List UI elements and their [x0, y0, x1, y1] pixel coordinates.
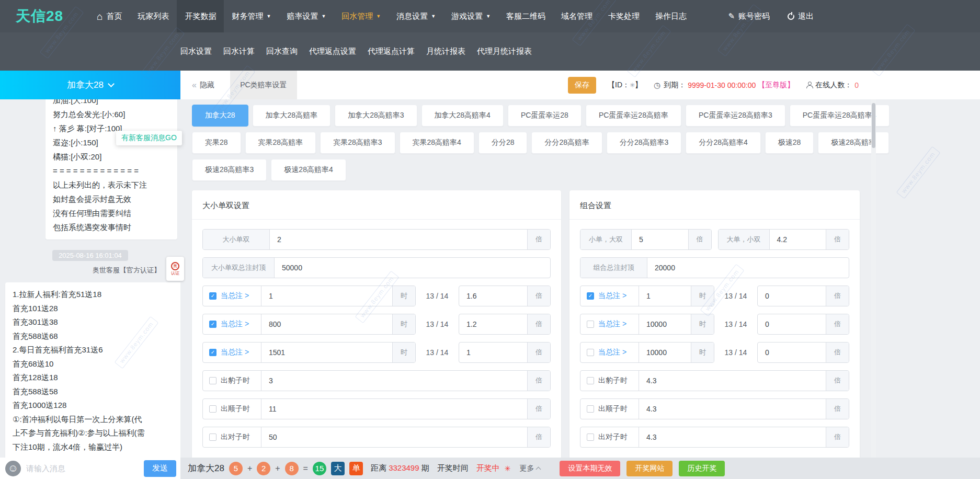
value-input[interactable]: 5: [632, 230, 688, 249]
checkbox-unchecked[interactable]: [587, 349, 594, 356]
value-input[interactable]: 11: [261, 399, 527, 419]
tab-分分28[interactable]: 分分28: [478, 132, 528, 154]
chat-input-bar: ☺ 发送: [0, 458, 180, 479]
value-input[interactable]: 0: [758, 343, 826, 362]
hide-sidebar-button[interactable]: « 隐藏: [192, 81, 214, 90]
nav-item-客服二维码[interactable]: 客服二维码: [498, 0, 553, 32]
checkbox-checked[interactable]: [209, 349, 216, 356]
nav-item-赔率设置[interactable]: 赔率设置▼: [279, 0, 334, 32]
tab-PC蛋蛋幸运28高赔率[interactable]: PC蛋蛋幸运28高赔率: [586, 105, 681, 127]
value-input[interactable]: 10000: [639, 343, 691, 362]
value-input[interactable]: 1.2: [459, 314, 527, 334]
power-icon: [788, 13, 794, 20]
nav-item-label: 消息设置: [396, 12, 428, 21]
checkbox-checked[interactable]: [209, 292, 216, 300]
checkbox-unchecked[interactable]: [209, 434, 216, 441]
nav-item-消息设置[interactable]: 消息设置▼: [389, 0, 443, 32]
value-input[interactable]: 4.3: [639, 399, 826, 419]
main-menu: ⌂首页玩家列表开奖数据财务管理▼赔率设置▼回水管理▼消息设置▼游戏设置▼客服二维…: [89, 0, 694, 32]
subnav-item-回水设置[interactable]: 回水设置: [175, 47, 217, 56]
ratio-label: 13 / 14: [422, 292, 452, 300]
tab-宾果28高赔率4[interactable]: 宾果28高赔率4: [400, 132, 474, 154]
subnav-item-回水查询[interactable]: 回水查询: [261, 47, 303, 56]
tab-极速28高赔率4[interactable]: 极速28高赔率4: [271, 159, 346, 181]
value-input[interactable]: 4.3: [639, 427, 826, 447]
tab-row: 加拿大28加拿大28高赔率加拿大28高赔率3加拿大28高赔率4PC蛋蛋幸运28P…: [192, 105, 980, 127]
nav-item-操作日志[interactable]: 操作日志: [647, 0, 694, 32]
action-历史开奖[interactable]: 历史开奖: [679, 461, 725, 476]
tab-加拿大28高赔率4[interactable]: 加拿大28高赔率4: [421, 105, 504, 127]
checkbox-checked[interactable]: [209, 321, 216, 328]
value-input[interactable]: 20000: [647, 258, 849, 278]
emoji-button[interactable]: ☺: [5, 461, 21, 476]
tab-极速28[interactable]: 极速28: [765, 132, 814, 154]
threshold-toggle: 当总注 >: [203, 286, 261, 306]
value-input[interactable]: 3: [261, 371, 527, 391]
panel-title: 组合设置: [569, 190, 860, 220]
checkbox-unchecked[interactable]: [587, 405, 594, 413]
checkbox-unchecked[interactable]: [209, 377, 216, 384]
subnav-item-代理返点设置[interactable]: 代理返点设置: [304, 47, 361, 56]
checkbox-unchecked[interactable]: [587, 377, 594, 384]
tab-加拿大28[interactable]: 加拿大28: [192, 105, 248, 127]
value-input[interactable]: 10000: [639, 314, 691, 334]
tab-加拿大28高赔率[interactable]: 加拿大28高赔率: [253, 105, 331, 127]
tab-分分28高赔率3[interactable]: 分分28高赔率3: [607, 132, 681, 154]
action-开奖网站[interactable]: 开奖网站: [626, 461, 673, 476]
logout-button[interactable]: 退出: [788, 12, 814, 21]
subnav-item-回水计算[interactable]: 回水计算: [218, 47, 260, 56]
nav-item-label: 游戏设置: [451, 12, 483, 21]
subnav-item-代理月统计报表[interactable]: 代理月统计报表: [472, 47, 537, 56]
ratio-label: 13 / 14: [422, 320, 452, 328]
nav-item-游戏设置[interactable]: 游戏设置▼: [443, 0, 498, 32]
send-button[interactable]: 发送: [144, 460, 176, 477]
value-input[interactable]: 50000: [275, 258, 550, 278]
tab-分分28高赔率4[interactable]: 分分28高赔率4: [686, 132, 760, 154]
chat-line: 橘猫:[小双:20]: [53, 150, 170, 164]
value-input[interactable]: 1: [261, 286, 392, 306]
tab-PC蛋蛋幸运28[interactable]: PC蛋蛋幸运28: [508, 105, 582, 127]
value-input[interactable]: 1.6: [459, 286, 527, 306]
value-input[interactable]: 1: [639, 286, 691, 306]
nav-item-卡奖处理[interactable]: 卡奖处理: [600, 0, 647, 32]
game-selector[interactable]: 加拿大28: [0, 71, 180, 99]
value-input[interactable]: 1501: [261, 343, 392, 362]
value-input[interactable]: 4.2: [770, 230, 826, 249]
save-button[interactable]: 保存: [568, 77, 596, 94]
tab-加拿大28高赔率3[interactable]: 加拿大28高赔率3: [335, 105, 417, 127]
message-input[interactable]: [26, 464, 139, 473]
value-input[interactable]: 0: [758, 286, 826, 306]
scrollbar-thumb[interactable]: [872, 103, 875, 148]
checkbox-unchecked[interactable]: [587, 321, 594, 328]
nav-item-玩家列表[interactable]: 玩家列表: [130, 0, 177, 32]
tab-PC蛋蛋幸运28高赔率3[interactable]: PC蛋蛋幸运28高赔率3: [686, 105, 785, 127]
nav-item-开奖数据[interactable]: 开奖数据: [177, 0, 224, 32]
value-input[interactable]: 1: [459, 343, 527, 362]
value-input[interactable]: 4.3: [639, 371, 826, 391]
tab-宾果28高赔率[interactable]: 宾果28高赔率: [245, 132, 316, 154]
tab-宾果28高赔率3[interactable]: 宾果28高赔率3: [320, 132, 395, 154]
checkbox-unchecked[interactable]: [209, 405, 216, 413]
value-input[interactable]: 0: [758, 314, 826, 334]
tab-宾果28[interactable]: 宾果28: [192, 132, 241, 154]
new-message-tooltip[interactable]: 有新客服消息GO: [116, 131, 182, 145]
value-input[interactable]: 800: [261, 314, 392, 334]
checkbox-checked[interactable]: [587, 292, 594, 300]
tab-极速28高赔率[interactable]: 极速28高赔率: [818, 132, 889, 154]
tab-极速28高赔率3[interactable]: 极速28高赔率3: [192, 159, 267, 181]
nav-item-财务管理[interactable]: 财务管理▼: [224, 0, 279, 32]
nav-item-域名管理[interactable]: 域名管理: [553, 0, 600, 32]
page-tab-odds-settings[interactable]: PC类赔率设置: [230, 71, 297, 99]
subnav-item-代理返点计算[interactable]: 代理返点计算: [362, 47, 420, 56]
checkbox-unchecked[interactable]: [587, 434, 594, 441]
more-button[interactable]: 更多: [519, 464, 540, 473]
value-input[interactable]: 2: [270, 230, 527, 249]
account-password-button[interactable]: ✎ 账号密码: [728, 12, 770, 21]
value-input[interactable]: 50: [261, 427, 527, 447]
nav-item-首页[interactable]: ⌂首页: [89, 0, 130, 32]
tab-分分28高赔率[interactable]: 分分28高赔率: [531, 132, 602, 154]
subnav-item-月统计报表[interactable]: 月统计报表: [421, 47, 471, 56]
threshold-toggle: 当总注 >: [203, 314, 261, 334]
nav-item-回水管理[interactable]: 回水管理▼: [334, 0, 389, 32]
action-设置本期无效[interactable]: 设置本期无效: [560, 461, 620, 476]
